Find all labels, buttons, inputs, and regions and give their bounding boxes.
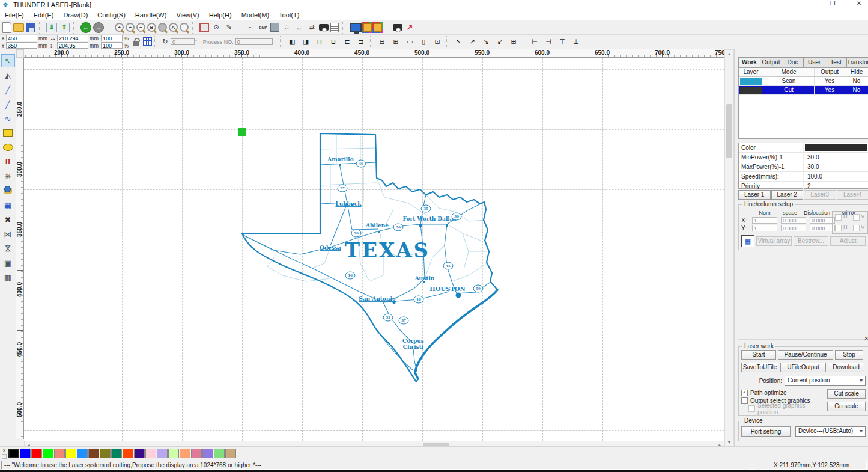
height-input[interactable] xyxy=(57,42,88,49)
menu-handle[interactable]: Handle(W) xyxy=(130,11,172,19)
node-edit-tool-icon[interactable]: ◭ xyxy=(1,69,15,82)
array-preview-icon[interactable]: ▦ xyxy=(741,235,754,247)
pen-edit-icon[interactable]: ✎ xyxy=(223,22,234,33)
zoom-out-icon[interactable]: − xyxy=(136,23,145,32)
palette-swatch[interactable] xyxy=(202,449,213,458)
selection-anchor-marker[interactable] xyxy=(238,128,246,136)
center-page-icon[interactable]: ⊡ xyxy=(432,37,443,47)
minimize-button[interactable]: — xyxy=(801,0,812,7)
download-button[interactable]: Download xyxy=(828,363,864,372)
anchor-center-icon[interactable]: ⊞ xyxy=(509,37,519,47)
layer-swatch[interactable] xyxy=(740,78,762,85)
layer-mode-cell[interactable]: Scan xyxy=(763,77,815,85)
menu-edit[interactable]: Edit(E) xyxy=(29,11,59,19)
camera-device-icon[interactable] xyxy=(393,24,402,31)
texas-map-graphic[interactable]: AmarilloLubbockAbileneOdessaFort WorthDa… xyxy=(240,131,499,384)
same-size-icon[interactable]: ▭ xyxy=(405,37,415,47)
scroll-down-arrow[interactable]: ▼ xyxy=(725,438,733,446)
maxpower-value[interactable]: 30.0 xyxy=(804,162,868,171)
scroll-up-arrow[interactable]: ▲ xyxy=(725,50,733,58)
anchor-grid-icon[interactable] xyxy=(142,37,152,47)
ellipse-tool-icon[interactable] xyxy=(1,141,15,154)
layer-hide-cell[interactable]: No xyxy=(845,77,868,85)
layer-color-cell[interactable] xyxy=(739,77,763,85)
layer-output-cell[interactable]: Yes xyxy=(815,77,845,85)
path-optimize-checkbox[interactable]: ✓ xyxy=(741,390,748,396)
palette-swatch[interactable] xyxy=(88,449,99,458)
port-setting-button[interactable]: Port setting xyxy=(741,426,791,437)
grid-array-tool-icon[interactable]: ▦ xyxy=(1,198,15,212)
mirror-xv-checkbox[interactable] xyxy=(853,214,860,221)
select-tool-icon[interactable]: ↖ xyxy=(1,54,15,67)
laser-tab-laser1[interactable]: Laser 1 xyxy=(738,190,771,200)
import-image-icon[interactable]: ⇓ xyxy=(46,23,57,32)
priority-value[interactable]: 2 xyxy=(804,182,868,191)
zoom-pan-icon[interactable] xyxy=(158,23,167,32)
zoom-point-icon[interactable]: + xyxy=(115,23,124,32)
laser-work-close-icon[interactable]: ✕ xyxy=(864,336,868,342)
palette-swatch[interactable] xyxy=(214,449,225,458)
anchor-topright-icon[interactable]: ↗ xyxy=(467,37,478,47)
palette-swatch[interactable] xyxy=(168,449,179,458)
scale-y-input[interactable] xyxy=(101,42,123,49)
copy-array2-icon[interactable] xyxy=(374,23,382,32)
preview-monitor-icon[interactable] xyxy=(350,23,362,32)
vscroll-thumb[interactable] xyxy=(726,104,732,158)
palette-drag-handle[interactable] xyxy=(2,454,7,459)
same-height-icon[interactable]: ⊞ xyxy=(391,37,401,47)
point-tool-icon[interactable]: ✳ xyxy=(1,170,15,183)
tab-doc[interactable]: Doc xyxy=(782,57,804,67)
color-value-cell[interactable] xyxy=(804,143,868,152)
palette-swatch[interactable] xyxy=(77,449,88,458)
dock-top-icon[interactable]: ⊤ xyxy=(557,37,568,47)
y-position-input[interactable] xyxy=(6,42,37,49)
fill-rect-icon[interactable] xyxy=(270,23,279,32)
tab-user[interactable]: User xyxy=(804,57,825,67)
zoom-select-icon[interactable] xyxy=(180,23,189,32)
restore-button[interactable]: ❐ xyxy=(827,0,838,7)
layer-row-scan[interactable]: Scan Yes No xyxy=(739,77,868,86)
x-position-input[interactable] xyxy=(6,35,37,41)
export-image-icon[interactable]: ⇑ xyxy=(59,23,70,32)
menu-tool[interactable]: Tool(T) xyxy=(274,11,304,19)
zoom-all-icon[interactable]: A xyxy=(169,23,178,32)
layer-hide-cell[interactable]: No xyxy=(845,86,868,94)
color-swatch[interactable] xyxy=(805,144,867,151)
start-button[interactable]: Start xyxy=(741,350,776,360)
menu-config[interactable]: Config(S) xyxy=(93,11,130,19)
minpower-value[interactable]: 30.0 xyxy=(804,153,868,162)
same-size2-icon[interactable]: ▯ xyxy=(419,37,429,47)
zoom-in-icon[interactable]: + xyxy=(126,23,135,32)
curve-tool-icon[interactable]: ~ xyxy=(245,22,256,33)
delete-tool-icon[interactable]: ✖ xyxy=(1,213,15,226)
layer-table[interactable]: Layer Mode Output Hide Scan Yes No Cut Y… xyxy=(738,67,868,139)
palette-swatch[interactable] xyxy=(65,449,76,458)
menu-model[interactable]: Model(M) xyxy=(237,11,274,19)
node-tree-icon[interactable]: ∴ xyxy=(281,22,292,33)
select-box-icon[interactable] xyxy=(199,23,209,32)
anchor-topleft-icon[interactable]: ↖ xyxy=(454,37,464,47)
same-width-icon[interactable]: ⊟ xyxy=(377,37,387,47)
layer-color-cell[interactable] xyxy=(739,86,763,94)
polyline-tool-icon[interactable]: ╱ xyxy=(1,97,15,111)
savetoufile-button[interactable]: SaveToUFile xyxy=(741,363,778,372)
palette-swatch[interactable] xyxy=(157,449,168,458)
layer-output-cell[interactable]: Yes xyxy=(815,86,845,94)
device-dropdown[interactable]: Device---(USB:Auto) xyxy=(795,426,866,437)
open-file-icon[interactable] xyxy=(13,23,24,32)
align-bottom-icon[interactable]: ⊔ xyxy=(329,37,339,47)
camera-tool-icon[interactable] xyxy=(1,184,15,197)
palette-swatch[interactable] xyxy=(43,449,53,458)
speed-value[interactable]: 100.0 xyxy=(804,172,868,181)
x-num-input[interactable] xyxy=(752,217,777,224)
mirror-yh-checkbox[interactable] xyxy=(835,225,842,231)
cut-scale-button[interactable]: Cut scale xyxy=(827,389,866,399)
bezier-tool-icon[interactable]: ∿ xyxy=(1,112,15,125)
line-tool-icon[interactable]: ╱ xyxy=(1,83,15,96)
pause-continue-button[interactable]: Pause/Continue xyxy=(778,350,833,360)
array-tool-icon[interactable]: ▩ xyxy=(1,271,15,284)
stop-button[interactable]: Stop xyxy=(835,350,863,360)
palette-swatch[interactable] xyxy=(20,449,31,458)
palette-swatch[interactable] xyxy=(123,449,133,458)
ufileoutput-button[interactable]: UFileOutput xyxy=(780,363,826,372)
